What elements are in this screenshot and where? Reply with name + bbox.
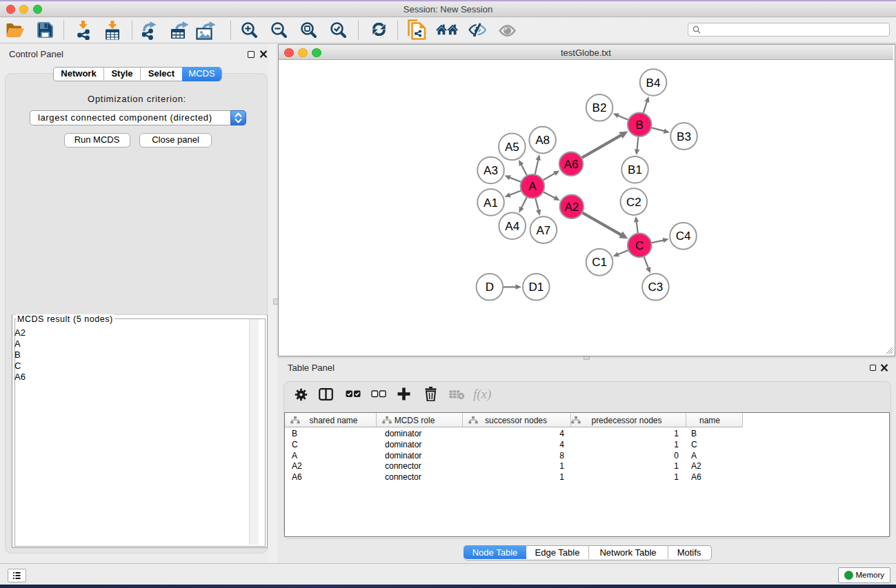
svg-text:C2: C2 [626,196,641,209]
svg-text:A7: A7 [537,224,551,237]
svg-text:B2: B2 [593,101,607,114]
svg-text:A8: A8 [535,134,550,147]
svg-text:A3: A3 [484,164,498,177]
svg-text:B4: B4 [646,77,661,90]
svg-text:B: B [636,119,644,132]
svg-text:C3: C3 [648,281,664,294]
svg-text:A2: A2 [564,201,579,214]
svg-text:A6: A6 [564,158,579,171]
svg-text:A4: A4 [505,220,519,233]
svg-text:A: A [528,180,537,193]
svg-text:D: D [486,281,494,294]
svg-text:D1: D1 [528,281,544,294]
svg-text:A1: A1 [484,196,498,210]
svg-text:A5: A5 [505,141,519,154]
svg-text:B1: B1 [628,163,642,176]
svg-text:C4: C4 [676,230,691,243]
svg-text:B3: B3 [677,130,691,143]
svg-text:C: C [635,239,644,252]
svg-text:C1: C1 [592,256,607,269]
